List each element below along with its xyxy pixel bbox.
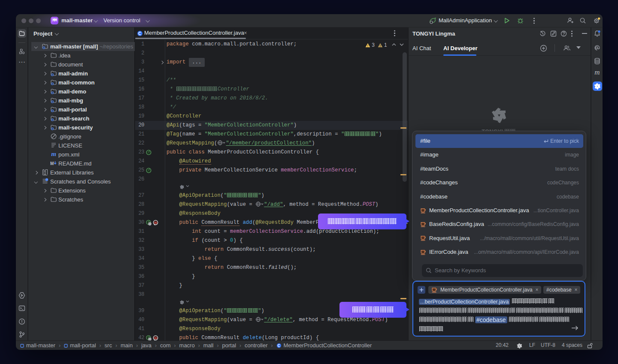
svg-text:m: m: [154, 221, 157, 225]
svg-text:m: m: [154, 336, 157, 340]
